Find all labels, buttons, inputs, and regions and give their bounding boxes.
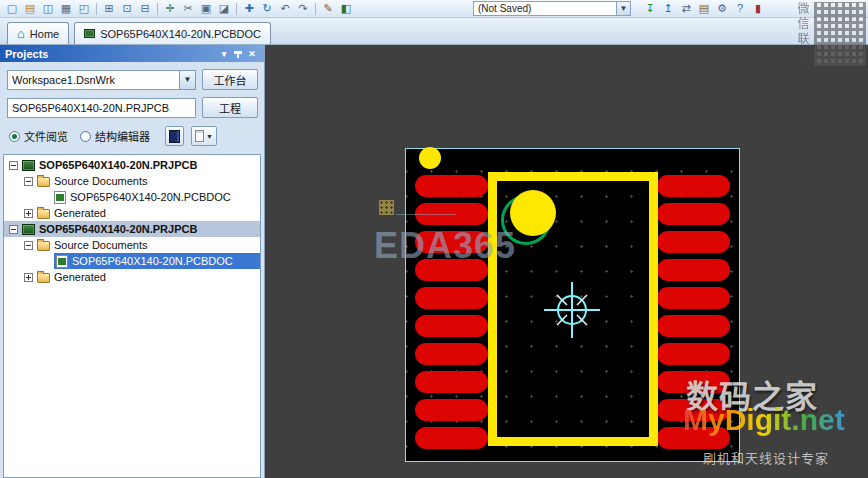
pad-right-5[interactable]: [657, 287, 730, 309]
altium-window: ▢▤◫▦◰⊞⊡⊟✛✂▣◪✚↻↶↷✎◧ (Not Saved) ▼ ↧↥⇄▤⚙?▮…: [0, 0, 868, 478]
pcb-canvas[interactable]: EDA365 数码之家 MyDigit.net 刷机和天线设计专家: [265, 45, 868, 478]
structure-editor-label: 结构编辑器: [95, 128, 150, 144]
undo-icon[interactable]: ↶: [276, 1, 294, 16]
pin1-marker-dot[interactable]: [510, 190, 556, 236]
file-view-radio[interactable]: [9, 131, 20, 142]
document-tabbar: ⌂ Home SOP65P640X140-20N.PCBDOC: [0, 18, 868, 45]
pad-left-5[interactable]: [415, 287, 488, 309]
settings-icon[interactable]: ⚙: [713, 1, 731, 16]
pad-left-9[interactable]: [415, 399, 488, 421]
tab-pcbdoc[interactable]: SOP65P640X140-20N.PCBDOC: [74, 22, 271, 44]
project-name-value: SOP65P640X140-20N.PRJPCB: [8, 102, 195, 114]
folder-icon: [37, 209, 50, 219]
tree-row-source-documents-2[interactable]: Source Documents: [4, 237, 260, 253]
pad-right-7[interactable]: [657, 343, 730, 365]
chevron-down-icon[interactable]: ▼: [179, 71, 195, 89]
export-icon[interactable]: ↥: [659, 1, 677, 16]
pad-left-7[interactable]: [415, 343, 488, 365]
pad-left-4[interactable]: [415, 259, 488, 281]
folder-icon: [37, 241, 50, 251]
tree-label: SOP65P640X140-20N.PCBDOC: [72, 255, 233, 267]
tree-label: Generated: [54, 271, 106, 283]
pcb-document-icon: [54, 191, 66, 204]
pad-left-8[interactable]: [415, 371, 488, 393]
new-document-icon[interactable]: ▢: [3, 1, 21, 16]
tree-row-generated-2[interactable]: Generated: [4, 269, 260, 285]
paste-icon[interactable]: ◪: [215, 1, 233, 16]
tree-row-generated-1[interactable]: Generated: [4, 205, 260, 221]
expand-icon[interactable]: [24, 273, 33, 282]
pad-left-10[interactable]: [415, 427, 488, 449]
copy-icon[interactable]: ▣: [197, 1, 215, 16]
print-icon[interactable]: ▦: [57, 1, 75, 16]
print-preview-icon[interactable]: ◰: [75, 1, 93, 16]
pad-right-6[interactable]: [657, 315, 730, 337]
tree-label: Generated: [54, 207, 106, 219]
import-icon[interactable]: ↧: [641, 1, 659, 16]
workspace-value: Workspace1.DsnWrk: [8, 74, 179, 86]
layers-icon[interactable]: ▤: [695, 1, 713, 16]
cut-icon[interactable]: ✂: [179, 1, 197, 16]
folder-icon: [37, 177, 50, 187]
corner-marker-dot[interactable]: [419, 147, 441, 169]
notebook-button[interactable]: [165, 126, 184, 146]
zoom-selected-icon[interactable]: ⊟: [136, 1, 154, 16]
not-saved-combobox[interactable]: (Not Saved) ▼: [473, 1, 631, 16]
project-name-field[interactable]: SOP65P640X140-20N.PRJPCB: [7, 98, 196, 118]
panel-red-icon[interactable]: ▮: [749, 1, 767, 16]
collapse-icon[interactable]: [24, 241, 33, 250]
tree-row-project-1[interactable]: SOP65P640X140-20N.PRJPCB: [4, 157, 260, 173]
project-button[interactable]: 工程: [202, 97, 258, 118]
selected-row-highlight[interactable]: SOP65P640X140-20N.PCBDOC: [54, 253, 260, 269]
pad-right-8[interactable]: [657, 371, 730, 393]
tree-row-pcbdoc-2-selected[interactable]: SOP65P640X140-20N.PCBDOC: [4, 253, 260, 269]
chevron-down-icon[interactable]: ▼: [616, 2, 630, 15]
structure-editor-radio[interactable]: [80, 131, 91, 142]
zoom-window-icon[interactable]: ⊞: [100, 1, 118, 16]
workspace-combobox[interactable]: Workspace1.DsnWrk ▼: [7, 70, 196, 90]
collapse-icon[interactable]: [24, 177, 33, 186]
pad-left-2[interactable]: [415, 203, 488, 225]
pad-right-2[interactable]: [657, 203, 730, 225]
panel-menu-icon[interactable]: ▾: [217, 49, 231, 59]
document-options-button[interactable]: ▼: [191, 126, 217, 146]
pin-icon[interactable]: [233, 49, 243, 59]
toolbar-separator: [315, 3, 316, 15]
zoom-fit-document-icon[interactable]: ⊡: [118, 1, 136, 16]
toolbar-separator: [96, 3, 97, 15]
pad-right-9[interactable]: [657, 399, 730, 421]
redo-icon[interactable]: ↷: [294, 1, 312, 16]
pen-tool-icon[interactable]: ✎: [319, 1, 337, 16]
place-component-icon[interactable]: ◧: [337, 1, 355, 16]
origin-crosshair[interactable]: [542, 280, 602, 340]
pad-right-4[interactable]: [657, 259, 730, 281]
tab-home[interactable]: ⌂ Home: [7, 22, 69, 44]
pad-left-1[interactable]: [415, 175, 488, 197]
tree-label: SOP65P640X140-20N.PCBDOC: [70, 191, 231, 203]
collapse-icon[interactable]: [9, 225, 18, 234]
tree-row-source-documents-1[interactable]: Source Documents: [4, 173, 260, 189]
collapse-icon[interactable]: [9, 161, 18, 170]
pad-right-1[interactable]: [657, 175, 730, 197]
panel-title: Projects: [5, 48, 217, 60]
save-icon[interactable]: ◫: [39, 1, 57, 16]
pad-left-3[interactable]: [415, 231, 488, 253]
move-icon[interactable]: ✚: [240, 1, 258, 16]
tree-row-pcbdoc-1[interactable]: SOP65P640X140-20N.PCBDOC: [4, 189, 260, 205]
pcb-document-icon: [84, 29, 95, 38]
chevron-down-icon: ▼: [206, 133, 213, 140]
open-document-icon[interactable]: ▤: [21, 1, 39, 16]
workbench-button[interactable]: 工作台: [202, 69, 258, 90]
help-icon[interactable]: ?: [731, 1, 749, 16]
rotate-icon[interactable]: ↻: [258, 1, 276, 16]
cross-probe-icon[interactable]: ✛: [161, 1, 179, 16]
pad-left-6[interactable]: [415, 315, 488, 337]
sync-icon[interactable]: ⇄: [677, 1, 695, 16]
pad-right-3[interactable]: [657, 231, 730, 253]
expand-icon[interactable]: [24, 209, 33, 218]
project-tree: SOP65P640X140-20N.PRJPCB Source Document…: [3, 154, 261, 478]
tree-row-project-2[interactable]: SOP65P640X140-20N.PRJPCB: [4, 221, 260, 237]
projects-panel-header: Projects ▾ ✕: [0, 45, 264, 62]
pad-right-10[interactable]: [657, 427, 730, 449]
close-icon[interactable]: ✕: [245, 49, 259, 59]
